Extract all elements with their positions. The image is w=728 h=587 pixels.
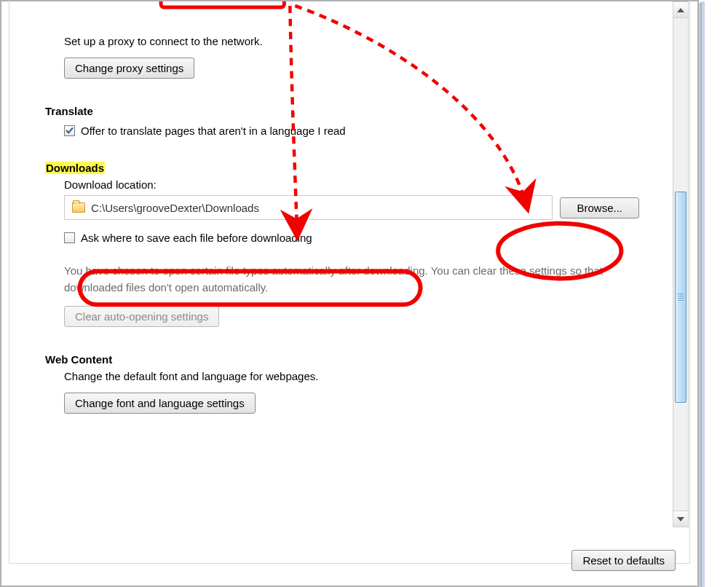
reset-to-defaults-button[interactable]: Reset to defaults (571, 550, 676, 571)
translate-offer-checkbox[interactable] (64, 125, 75, 136)
download-location-path: C:\Users\grooveDexter\Downloads (91, 202, 259, 214)
check-icon (66, 127, 74, 135)
chevron-up-icon (677, 8, 684, 12)
folder-icon (72, 202, 85, 213)
scroll-viewport: Set up a proxy to connect to the network… (23, 1, 661, 527)
webcontent-description: Change the default font and language for… (64, 370, 639, 382)
vertical-scrollbar[interactable] (673, 1, 689, 527)
scroll-thumb[interactable] (675, 192, 687, 403)
download-location-input[interactable]: C:\Users\grooveDexter\Downloads (64, 195, 553, 220)
download-location-label: Download location: (64, 178, 639, 191)
webcontent-heading: Web Content (45, 353, 639, 366)
auto-open-description: You have chosen to open certain file typ… (64, 263, 617, 296)
downloads-heading: Downloads (45, 162, 105, 174)
change-proxy-button[interactable]: Change proxy settings (64, 58, 194, 79)
browse-button[interactable]: Browse... (560, 197, 639, 218)
network-description: Set up a proxy to connect to the network… (64, 35, 639, 47)
change-font-language-button[interactable]: Change font and language settings (64, 393, 256, 414)
ask-save-checkbox[interactable] (64, 232, 75, 243)
translate-heading: Translate (45, 105, 639, 117)
scroll-up-button[interactable] (673, 2, 688, 18)
ask-save-label: Ask where to save each file before downl… (81, 232, 312, 244)
settings-panel: Set up a proxy to connect to the network… (0, 0, 699, 587)
clear-auto-opening-button: Clear auto-opening settings (64, 306, 219, 327)
scroll-down-button[interactable] (673, 511, 688, 527)
window-edge (700, 1, 705, 587)
chevron-down-icon (677, 517, 684, 521)
translate-offer-label: Offer to translate pages that aren't in … (81, 125, 346, 137)
